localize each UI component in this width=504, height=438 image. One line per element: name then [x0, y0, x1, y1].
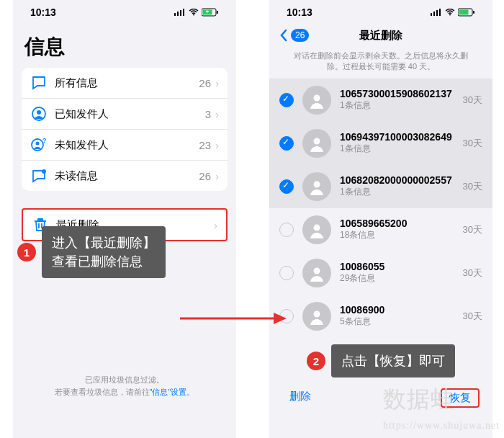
chevron-right-icon: › — [215, 170, 219, 182]
chat-unread-icon — [30, 167, 48, 184]
row-label: 未读信息 — [55, 169, 199, 183]
select-checkbox[interactable] — [279, 136, 294, 151]
phone-messages-home: 10:13 信息 所有信息 26 › 已知发件人 3 › ? 未知发件人 23 … — [13, 0, 236, 438]
status-bar: 10:13 — [13, 0, 236, 22]
back-button[interactable]: 26 — [279, 29, 309, 42]
filter-known-senders[interactable]: 已知发件人 3 › — [22, 99, 228, 130]
svg-point-25 — [314, 224, 320, 231]
select-checkbox[interactable] — [279, 93, 294, 107]
svg-rect-14 — [431, 13, 432, 16]
select-checkbox[interactable] — [279, 179, 294, 194]
step-badge-1: 1 — [17, 243, 36, 262]
delete-button[interactable]: 删除 — [289, 390, 311, 406]
avatar-icon — [302, 172, 331, 201]
chat-bubble-icon — [30, 74, 48, 91]
arrow-icon — [179, 308, 287, 328]
message-sub: 1条信息 — [340, 99, 454, 112]
svg-point-26 — [314, 267, 320, 274]
filter-all-messages[interactable]: 所有信息 26 › — [22, 68, 228, 99]
message-row[interactable]: 106943971000030826491条信息 30天 — [269, 122, 492, 165]
svg-point-24 — [314, 181, 320, 187]
status-bar: 10:13 — [269, 0, 492, 22]
message-row[interactable]: 106573000159086021371条信息 30天 — [269, 79, 492, 122]
battery-icon — [202, 8, 219, 17]
wifi-icon — [445, 9, 455, 16]
message-row[interactable]: 10658966520018条信息 30天 — [269, 208, 492, 251]
svg-rect-15 — [433, 12, 435, 16]
svg-rect-3 — [183, 9, 184, 16]
message-title: 10657300015908602137 — [340, 88, 454, 99]
callout-1: 1 进入【最近删除】 查看已删除信息 — [17, 226, 166, 278]
callout-1-text: 进入【最近删除】 查看已删除信息 — [42, 226, 166, 278]
row-label: 所有信息 — [55, 76, 199, 90]
signal-icon — [431, 9, 442, 16]
person-icon — [30, 105, 48, 122]
message-title: 10086900 — [340, 304, 454, 316]
page-header: 信息 — [13, 22, 236, 68]
message-sub: 18条信息 — [340, 229, 454, 241]
row-count: 26 — [199, 170, 211, 182]
callout-2-text: 点击【恢复】即可 — [331, 344, 455, 377]
signal-icon — [174, 9, 186, 16]
message-title: 10682082000000002557 — [340, 174, 454, 186]
message-sub: 29条信息 — [340, 272, 454, 285]
filter-unknown-senders[interactable]: ? 未知发件人 23 › — [22, 130, 228, 161]
svg-point-23 — [314, 138, 320, 144]
svg-point-4 — [193, 14, 194, 16]
select-checkbox[interactable] — [279, 223, 294, 237]
person-question-icon: ? — [30, 136, 48, 153]
row-count: 26 — [199, 77, 211, 89]
days-remaining: 30天 — [463, 94, 482, 107]
days-remaining: 30天 — [463, 180, 482, 193]
chevron-right-icon: › — [215, 108, 219, 120]
filter-list: 所有信息 26 › 已知发件人 3 › ? 未知发件人 23 › 未读信息 26… — [22, 68, 228, 191]
nav-bar: 26 最近删除 — [269, 22, 492, 48]
svg-text:?: ? — [42, 137, 47, 144]
svg-rect-17 — [439, 9, 441, 16]
svg-rect-0 — [174, 13, 176, 16]
row-label: 已知发件人 — [55, 107, 205, 121]
filter-unread[interactable]: 未读信息 26 › — [22, 161, 228, 191]
svg-point-22 — [314, 94, 320, 101]
svg-point-13 — [42, 169, 46, 174]
chevron-right-icon: › — [215, 139, 219, 151]
select-checkbox[interactable] — [279, 266, 294, 280]
back-count-badge: 26 — [291, 29, 309, 42]
battery-icon — [458, 8, 475, 17]
step-badge-2: 2 — [307, 352, 325, 370]
avatar-icon — [302, 302, 331, 331]
chevron-right-icon: › — [214, 219, 217, 231]
status-indicators — [431, 8, 475, 17]
callout-2: 2 点击【恢复】即可 — [307, 344, 455, 377]
row-label: 未知发件人 — [55, 138, 199, 152]
svg-point-18 — [449, 14, 451, 16]
deletion-hint: 对话在删除前会显示剩余天数。之后信息将永久删除。过程最长可能需要 40 天。 — [269, 48, 492, 79]
svg-marker-29 — [274, 313, 287, 324]
svg-rect-20 — [459, 10, 469, 15]
row-count: 3 — [205, 108, 211, 120]
settings-link[interactable]: "信息"设置 — [150, 388, 187, 396]
svg-rect-2 — [180, 10, 181, 16]
wifi-icon — [189, 9, 199, 16]
message-row[interactable]: 1008605529条信息 30天 — [269, 251, 492, 295]
avatar-icon — [302, 86, 331, 115]
page-title: 信息 — [24, 33, 225, 61]
svg-rect-7 — [217, 11, 218, 14]
svg-point-11 — [36, 142, 40, 146]
message-row[interactable]: 106820820000000025571条信息 30天 — [269, 165, 492, 208]
svg-rect-16 — [436, 10, 438, 16]
message-title: 106589665200 — [340, 218, 454, 229]
svg-point-9 — [37, 110, 41, 115]
chevron-left-icon — [279, 29, 288, 42]
chevron-right-icon: › — [215, 77, 219, 89]
message-sub: 5条信息 — [340, 316, 454, 328]
message-row[interactable]: 100869005条信息 30天 — [269, 295, 492, 338]
watermark: 数据蛙 https://www.shujuwa.net — [383, 384, 500, 432]
deleted-list: 106573000159086021371条信息 30天 10694397100… — [269, 79, 492, 338]
days-remaining: 30天 — [463, 223, 482, 236]
days-remaining: 30天 — [463, 137, 482, 150]
status-time: 10:13 — [30, 6, 56, 18]
message-sub: 1条信息 — [340, 143, 454, 155]
status-indicators — [174, 8, 219, 17]
status-time: 10:13 — [287, 6, 312, 18]
